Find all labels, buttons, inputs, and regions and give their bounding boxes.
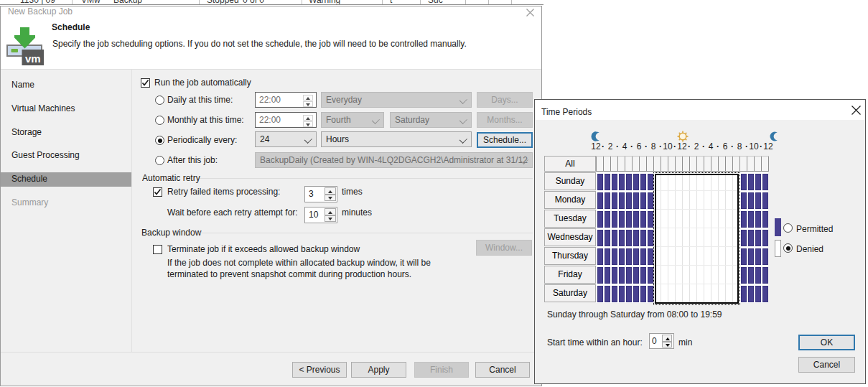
svg-text:vm: vm — [25, 52, 41, 65]
